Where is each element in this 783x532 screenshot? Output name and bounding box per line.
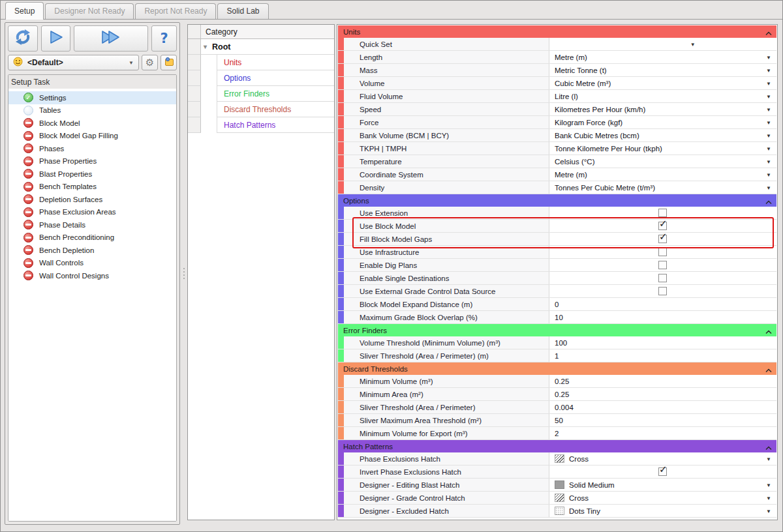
property-value[interactable]: ✓ — [549, 466, 776, 478]
sidebar-item-phase-exclusion-areas[interactable]: Phase Exclusion Areas — [8, 206, 176, 219]
chevron-down-icon[interactable]: ▼ — [766, 172, 771, 178]
run-button[interactable] — [41, 25, 70, 52]
property-value[interactable] — [549, 259, 776, 271]
collapse-icon[interactable] — [765, 444, 772, 452]
chevron-down-icon[interactable]: ▼ — [766, 107, 771, 113]
section-header-hatch-patterns[interactable]: Hatch Patterns — [338, 440, 776, 452]
sidebar-item-bench-templates[interactable]: Bench Templates — [8, 181, 176, 194]
property-value[interactable]: Metric Tonne (t)▼ — [549, 64, 776, 76]
property-value[interactable]: Tonnes Per Cubic Metre (t/m³)▼ — [549, 181, 776, 194]
property-value[interactable] — [549, 272, 776, 284]
tab-designer-not-ready[interactable]: Designer Not Ready — [45, 3, 134, 19]
chevron-down-icon[interactable]: ▼ — [766, 495, 771, 501]
notes-button[interactable] — [161, 55, 177, 70]
section-header-options[interactable]: Options — [338, 194, 776, 207]
sidebar-item-block-model[interactable]: Block Model — [8, 117, 176, 130]
chevron-down-icon[interactable]: ▼ — [766, 94, 771, 100]
collapse-icon[interactable] — [765, 328, 772, 336]
tree-row-units[interactable]: Units — [188, 55, 334, 70]
tab-solid-lab[interactable]: Solid Lab — [217, 3, 268, 19]
sidebar-item-phases[interactable]: Phases — [8, 142, 176, 155]
profile-settings-button[interactable]: ⚙ — [142, 55, 158, 70]
tree-row-hatch-patterns[interactable]: Hatch Patterns — [188, 117, 334, 133]
sidebar-item-block-model-gap-filling[interactable]: Block Model Gap Filling — [8, 130, 176, 143]
checkbox-checked[interactable]: ✓ — [658, 235, 667, 243]
checkbox[interactable] — [658, 209, 667, 217]
checkbox-checked[interactable]: ✓ — [658, 467, 667, 476]
chevron-down-icon[interactable]: ▼ — [766, 81, 771, 87]
chevron-down-icon[interactable]: ▼ — [766, 68, 771, 74]
checkbox[interactable] — [658, 274, 667, 282]
property-value[interactable]: 100 — [549, 336, 776, 349]
tree-row-discard-thresholds[interactable]: Discard Thresholds — [188, 102, 334, 117]
help-button[interactable]: ? — [151, 25, 177, 52]
sidebar-item-settings[interactable]: ✓Settings — [8, 91, 176, 104]
chevron-down-icon[interactable]: ▼ — [766, 482, 771, 488]
property-value[interactable]: 0.004 — [549, 401, 776, 413]
property-value[interactable]: Tonne Kilometre Per Hour (tkph)▼ — [549, 142, 776, 155]
chevron-down-icon[interactable]: ▼ — [766, 133, 771, 139]
property-value[interactable]: 0.25 — [549, 375, 776, 387]
panel-splitter[interactable] — [181, 22, 187, 525]
checkbox[interactable] — [658, 261, 667, 269]
collapse-icon[interactable] — [765, 29, 772, 37]
property-value[interactable]: Cubic Metre (m³)▼ — [549, 77, 776, 89]
property-value[interactable]: Bank Cubic Metres (bcm)▼ — [549, 129, 776, 141]
property-value[interactable]: Cross▼ — [549, 492, 776, 504]
section-header-units[interactable]: Units — [338, 25, 776, 38]
sidebar-item-blast-properties[interactable]: Blast Properties — [8, 168, 176, 181]
tree-row-root[interactable]: ▾Root — [188, 39, 334, 55]
property-value[interactable] — [549, 246, 776, 258]
refresh-button[interactable] — [8, 25, 38, 52]
tab-report-not-ready[interactable]: Report Not Ready — [135, 3, 216, 19]
checkbox[interactable] — [658, 287, 667, 295]
section-header-discard-thresholds[interactable]: Discard Thresholds — [338, 362, 776, 375]
property-value[interactable] — [549, 285, 776, 297]
chevron-down-icon[interactable]: ▼ — [766, 120, 771, 126]
tree-node-discard-thresholds[interactable]: Discard Thresholds — [217, 102, 334, 117]
property-value[interactable]: Solid Medium▼ — [549, 479, 776, 491]
chevron-down-icon[interactable]: ▼ — [690, 42, 696, 48]
property-value[interactable]: Celsius (°C)▼ — [549, 155, 776, 168]
chevron-down-icon[interactable]: ▾ — [204, 43, 207, 50]
chevron-down-icon[interactable]: ▼ — [766, 509, 771, 514]
property-value[interactable]: 0 — [549, 298, 776, 310]
checkbox[interactable] — [658, 248, 667, 256]
chevron-down-icon[interactable]: ▼ — [766, 146, 771, 152]
tree-node-root[interactable]: ▾Root — [201, 39, 334, 55]
sidebar-item-depletion-surfaces[interactable]: Depletion Surfaces — [8, 193, 176, 206]
tree-row-error-finders[interactable]: Error Finders — [188, 86, 334, 102]
tree-row-options[interactable]: Options — [188, 70, 334, 86]
sidebar-item-wall-control-designs[interactable]: Wall Control Designs — [8, 269, 176, 282]
property-value[interactable]: Metre (m)▼ — [549, 51, 776, 63]
property-value[interactable]: 1 — [549, 349, 776, 362]
property-value[interactable]: ▼ — [549, 38, 776, 50]
chevron-down-icon[interactable]: ▼ — [766, 55, 771, 61]
property-value[interactable]: ✓ — [549, 233, 776, 245]
sidebar-item-phase-properties[interactable]: Phase Properties — [8, 155, 176, 168]
sidebar-item-bench-depletion[interactable]: Bench Depletion — [8, 244, 176, 257]
property-value[interactable]: 2 — [549, 427, 776, 439]
property-value[interactable]: Litre (l)▼ — [549, 90, 776, 102]
sidebar-item-phase-details[interactable]: Phase Details — [8, 218, 176, 231]
tab-setup[interactable]: Setup — [5, 2, 44, 20]
property-value[interactable]: Kilogram Force (kgf)▼ — [549, 116, 776, 128]
property-value[interactable]: Metre (m)▼ — [549, 168, 776, 181]
property-value[interactable]: Dots Tiny▼ — [549, 505, 776, 517]
run-all-button[interactable] — [74, 25, 148, 52]
chevron-down-icon[interactable]: ▼ — [766, 159, 771, 165]
sidebar-item-wall-controls[interactable]: Wall Controls — [8, 257, 176, 270]
property-value[interactable]: 0.25 — [549, 388, 776, 400]
checkbox-checked[interactable]: ✓ — [658, 222, 667, 230]
profile-dropdown[interactable]: <Default> ▼ — [8, 55, 139, 70]
property-value[interactable]: 10 — [549, 311, 776, 323]
tree-node-units[interactable]: Units — [217, 55, 334, 70]
collapse-icon[interactable] — [765, 366, 772, 374]
property-value[interactable]: 50 — [549, 414, 776, 426]
sidebar-item-tables[interactable]: Tables — [8, 104, 176, 117]
tree-node-hatch-patterns[interactable]: Hatch Patterns — [217, 117, 334, 133]
collapse-icon[interactable] — [765, 198, 772, 206]
tree-node-error-finders[interactable]: Error Finders — [217, 86, 334, 102]
chevron-down-icon[interactable]: ▼ — [766, 456, 771, 462]
chevron-down-icon[interactable]: ▼ — [766, 185, 771, 191]
